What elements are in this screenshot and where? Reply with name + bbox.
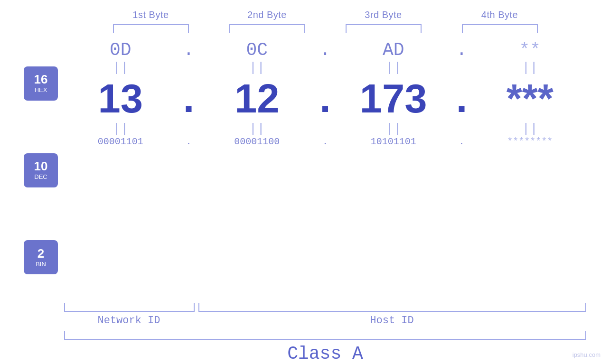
bracket-top-4	[462, 24, 538, 33]
byte-col-4: 4th Byte	[453, 9, 546, 33]
bracket-top-1	[113, 24, 189, 33]
class-label: Class A	[64, 344, 586, 364]
dot-bin-2: .	[313, 136, 337, 147]
dec-badge-label: DEC	[34, 173, 47, 180]
dot-hex-2: .	[313, 40, 337, 60]
bracket-top-2	[229, 24, 305, 33]
dot-hex-1: .	[177, 40, 201, 60]
hex-badge: 16 HEX	[24, 66, 58, 101]
header-row: 1st Byte 2nd Byte 3rd Byte 4th Byte	[0, 9, 610, 33]
network-bracket	[64, 303, 195, 312]
dec-val-1: 13	[64, 78, 177, 119]
byte-col-3: 3rd Byte	[337, 9, 430, 33]
dot-bin-1: .	[177, 136, 201, 147]
bracket-top-3	[346, 24, 422, 33]
bin-val-2: 00001100	[201, 136, 314, 147]
byte2-label: 2nd Byte	[247, 9, 287, 20]
host-bracket	[198, 303, 586, 312]
byte-col-2: 2nd Byte	[221, 9, 313, 33]
bin-badge-number: 2	[38, 247, 44, 260]
byte1-label: 1st Byte	[132, 9, 169, 20]
id-labels: Network ID Host ID	[64, 315, 586, 327]
hex-badge-label: HEX	[35, 86, 47, 93]
data-area: 16 HEX 10 DEC 2 BIN 0D .	[0, 33, 610, 303]
dec-val-4: ***	[474, 78, 587, 119]
badges-col: 16 HEX 10 DEC 2 BIN	[24, 33, 64, 303]
dec-val-3: 173	[337, 78, 450, 119]
dec-val-2: 12	[201, 78, 314, 119]
hex-row: 0D . 0C . AD . **	[64, 33, 586, 60]
bin-badge: 2 BIN	[24, 240, 58, 274]
bin-val-3: 10101101	[337, 136, 450, 147]
dot-dec-1: .	[177, 75, 201, 121]
dot-bin-3: .	[450, 136, 474, 147]
dec-badge-number: 10	[34, 160, 48, 172]
bin-val-1: 00001101	[64, 136, 177, 147]
hex-badge-number: 16	[34, 73, 48, 85]
dec-row: 13 . 12 . 173 . ***	[64, 75, 586, 121]
network-id-label: Network ID	[64, 315, 194, 327]
watermark: ipshu.com	[572, 351, 601, 358]
dec-badge: 10 DEC	[24, 153, 58, 187]
class-section: Class A	[0, 331, 610, 364]
class-bracket	[64, 331, 586, 340]
byte3-label: 3rd Byte	[365, 9, 402, 20]
dot-hex-3: .	[450, 40, 474, 60]
bottom-brackets	[64, 303, 586, 312]
byte4-label: 4th Byte	[481, 9, 518, 20]
bin-val-4: ********	[474, 136, 587, 147]
bin-badge-label: BIN	[36, 261, 46, 268]
main-container: 1st Byte 2nd Byte 3rd Byte 4th Byte	[0, 0, 610, 364]
dot-dec-2: .	[313, 75, 337, 121]
bin-row: 00001101 . 00001100 . 10101101 .	[64, 136, 586, 147]
host-id-label: Host ID	[197, 315, 586, 327]
byte-col-1: 1st Byte	[104, 9, 197, 33]
values-grid: 0D . 0C . AD . **	[64, 33, 586, 303]
byte-columns: 1st Byte 2nd Byte 3rd Byte 4th Byte	[104, 9, 546, 33]
bottom-section: Network ID Host ID	[0, 303, 610, 327]
dot-dec-3: .	[450, 75, 474, 121]
